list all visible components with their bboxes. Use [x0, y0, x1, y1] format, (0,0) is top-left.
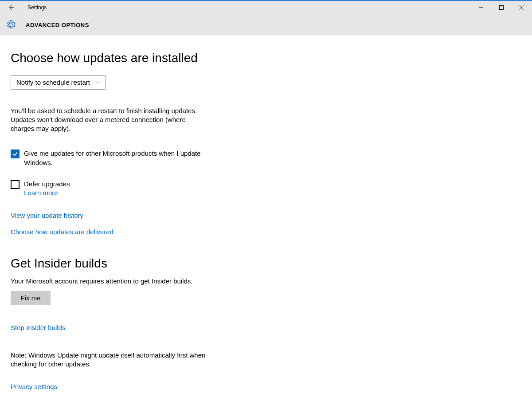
maximize-button[interactable]: [491, 1, 512, 14]
window-controls: [471, 1, 532, 14]
section-heading-updates: Choose how updates are installed: [11, 51, 275, 66]
title-bar: Settings: [0, 0, 532, 14]
fix-me-button[interactable]: Fix me: [11, 291, 51, 305]
minimize-icon: [479, 5, 483, 10]
defer-label-text: Defer upgrades: [24, 180, 70, 188]
check-icon: [12, 151, 18, 157]
checkbox-label-defer: Defer upgrades Learn more: [24, 180, 70, 198]
close-button[interactable]: [512, 1, 532, 14]
restart-description: You'll be asked to schedule a restart to…: [11, 106, 201, 134]
section-heading-insider: Get Insider builds: [11, 256, 275, 271]
gear-icon: [5, 20, 16, 30]
update-note: Note: Windows Update might update itself…: [11, 351, 219, 369]
back-button[interactable]: [7, 4, 15, 12]
header-bar: ADVANCED OPTIONS: [0, 14, 532, 35]
choose-delivery-link[interactable]: Choose how updates are delivered: [11, 228, 275, 236]
minimize-button[interactable]: [471, 1, 491, 14]
privacy-settings-link[interactable]: Privacy settings: [11, 383, 275, 390]
checkbox-defer-upgrades[interactable]: [11, 180, 20, 189]
page-title: ADVANCED OPTIONS: [26, 22, 89, 28]
view-update-history-link[interactable]: View your update history: [11, 212, 275, 219]
insider-description: Your Microsoft account requires attentio…: [11, 277, 275, 285]
install-mode-dropdown[interactable]: Notify to schedule restart: [11, 75, 106, 90]
chevron-down-icon: [95, 80, 101, 85]
window-title: Settings: [27, 4, 47, 11]
svg-rect-0: [500, 6, 504, 10]
stop-insider-link[interactable]: Stop Insider builds: [11, 324, 275, 331]
checkbox-row-other-products: Give me updates for other Microsoft prod…: [11, 149, 210, 167]
dropdown-value: Notify to schedule restart: [16, 79, 90, 86]
arrow-left-icon: [8, 4, 15, 11]
close-icon: [520, 5, 524, 10]
checkbox-other-products[interactable]: [11, 149, 20, 158]
content-area: Choose how updates are installed Notify …: [0, 35, 275, 390]
checkbox-label-other-products: Give me updates for other Microsoft prod…: [24, 149, 210, 167]
checkbox-row-defer: Defer upgrades Learn more: [11, 180, 210, 198]
maximize-icon: [499, 5, 504, 10]
learn-more-link[interactable]: Learn more: [24, 189, 58, 197]
